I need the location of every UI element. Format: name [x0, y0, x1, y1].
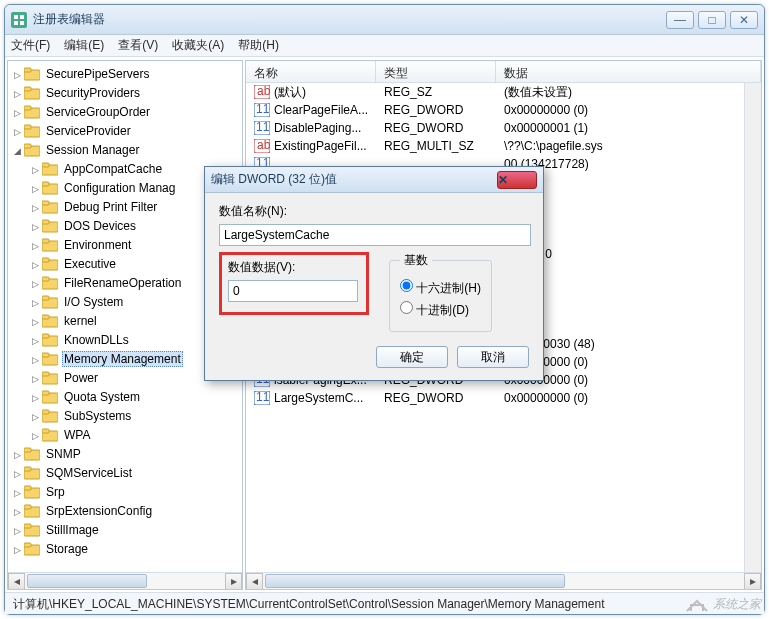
dialog-close-button[interactable]: ✕ — [497, 171, 537, 189]
tree-hscrollbar[interactable]: ◂ ▸ — [8, 572, 242, 589]
twisty-icon[interactable]: ▷ — [30, 332, 40, 350]
menu-fav[interactable]: 收藏夹(A) — [172, 37, 224, 54]
twisty-icon[interactable]: ▷ — [30, 180, 40, 198]
folder-icon — [42, 371, 58, 385]
col-data[interactable]: 数据 — [496, 61, 761, 82]
tree-item[interactable]: ▷SecurePipeServers — [12, 65, 242, 84]
tree-item[interactable]: ▷SNMP — [12, 445, 242, 464]
scroll-left-icon[interactable]: ◂ — [246, 573, 263, 590]
folder-icon — [42, 352, 58, 366]
radio-dec[interactable]: 十进制(D) — [400, 301, 481, 319]
tree-item[interactable]: ▷Quota System — [30, 388, 242, 407]
twisty-icon[interactable]: ▷ — [30, 218, 40, 236]
twisty-icon[interactable]: ▷ — [30, 256, 40, 274]
twisty-icon[interactable]: ◢ — [12, 142, 22, 160]
tree-item-label: Memory Management — [62, 351, 183, 367]
close-button[interactable]: ✕ — [730, 11, 758, 29]
twisty-icon[interactable]: ▷ — [30, 199, 40, 217]
value-type: REG_DWORD — [376, 101, 496, 119]
folder-icon — [42, 428, 58, 442]
scroll-thumb[interactable] — [27, 574, 147, 588]
col-name[interactable]: 名称 — [246, 61, 376, 82]
base-fieldset: 基数 十六进制(H) 十进制(D) — [389, 252, 492, 332]
twisty-icon[interactable]: ▷ — [30, 161, 40, 179]
folder-icon — [42, 257, 58, 271]
menu-file[interactable]: 文件(F) — [11, 37, 50, 54]
twisty-icon[interactable]: ▷ — [30, 370, 40, 388]
value-data-field[interactable] — [228, 280, 358, 302]
twisty-icon[interactable]: ▷ — [12, 522, 22, 540]
radio-hex-input[interactable] — [400, 279, 413, 292]
folder-icon — [24, 86, 40, 100]
twisty-icon[interactable]: ▷ — [30, 237, 40, 255]
titlebar[interactable]: 注册表编辑器 — □ ✕ — [5, 5, 764, 35]
value-icon — [254, 139, 270, 153]
value-data: 0x00000001 (1) — [496, 119, 761, 137]
twisty-icon[interactable]: ▷ — [12, 446, 22, 464]
tree-item-label: FileRenameOperation — [62, 276, 183, 290]
tree-item[interactable]: ▷SecurityProviders — [12, 84, 242, 103]
twisty-icon[interactable]: ▷ — [30, 351, 40, 369]
twisty-icon[interactable]: ▷ — [12, 123, 22, 141]
twisty-icon[interactable]: ▷ — [12, 66, 22, 84]
tree-item[interactable]: ▷WPA — [30, 426, 242, 445]
twisty-icon[interactable]: ▷ — [12, 465, 22, 483]
tree-item[interactable]: ▷SQMServiceList — [12, 464, 242, 483]
value-icon — [254, 103, 270, 117]
tree-item-label: SecurePipeServers — [44, 67, 151, 81]
twisty-icon[interactable]: ▷ — [30, 408, 40, 426]
col-type[interactable]: 类型 — [376, 61, 496, 82]
twisty-icon[interactable]: ▷ — [12, 104, 22, 122]
maximize-button[interactable]: □ — [698, 11, 726, 29]
list-row[interactable]: ClearPageFileA... REG_DWORD 0x00000000 (… — [246, 101, 761, 119]
twisty-icon[interactable]: ▷ — [30, 427, 40, 445]
tree-item-label: SNMP — [44, 447, 83, 461]
value-icon — [254, 85, 270, 99]
tree-item[interactable]: ▷ServiceGroupOrder — [12, 103, 242, 122]
twisty-icon[interactable]: ▷ — [12, 85, 22, 103]
scroll-left-icon[interactable]: ◂ — [8, 573, 25, 590]
twisty-icon[interactable]: ▷ — [30, 294, 40, 312]
tree-item[interactable]: ▷Srp — [12, 483, 242, 502]
scroll-right-icon[interactable]: ▸ — [744, 573, 761, 590]
menu-view[interactable]: 查看(V) — [118, 37, 158, 54]
twisty-icon[interactable]: ▷ — [12, 484, 22, 502]
menu-help[interactable]: 帮助(H) — [238, 37, 279, 54]
minimize-button[interactable]: — — [666, 11, 694, 29]
tree-item-label: Session Manager — [44, 143, 141, 157]
tree-item[interactable]: ▷Storage — [12, 540, 242, 559]
list-vscrollbar[interactable] — [744, 83, 761, 572]
tree-item[interactable]: ▷ServiceProvider — [12, 122, 242, 141]
list-row[interactable]: DisablePaging... REG_DWORD 0x00000001 (1… — [246, 119, 761, 137]
tree-item[interactable]: ▷StillImage — [12, 521, 242, 540]
menubar: 文件(F) 编辑(E) 查看(V) 收藏夹(A) 帮助(H) — [5, 35, 764, 57]
tree-item[interactable]: ▷SrpExtensionConfig — [12, 502, 242, 521]
value-name: ClearPageFileA... — [274, 101, 368, 119]
value-type: REG_DWORD — [376, 389, 496, 407]
dialog-titlebar[interactable]: 编辑 DWORD (32 位)值 ✕ — [205, 167, 543, 193]
tree-item-label: SecurityProviders — [44, 86, 142, 100]
scroll-thumb[interactable] — [265, 574, 565, 588]
menu-edit[interactable]: 编辑(E) — [64, 37, 104, 54]
twisty-icon[interactable]: ▷ — [30, 389, 40, 407]
folder-icon — [24, 542, 40, 556]
tree-item[interactable]: ▷SubSystems — [30, 407, 242, 426]
list-row[interactable]: (默认) REG_SZ (数值未设置) — [246, 83, 761, 101]
list-row[interactable]: ExistingPageFil... REG_MULTI_SZ \??\C:\p… — [246, 137, 761, 155]
folder-icon — [24, 105, 40, 119]
twisty-icon[interactable]: ▷ — [30, 275, 40, 293]
list-header[interactable]: 名称 类型 数据 — [246, 61, 761, 83]
radio-dec-input[interactable] — [400, 301, 413, 314]
cancel-button[interactable]: 取消 — [457, 346, 529, 368]
twisty-icon[interactable]: ▷ — [30, 313, 40, 331]
scroll-right-icon[interactable]: ▸ — [225, 573, 242, 590]
value-data-label: 数值数据(V): — [228, 259, 360, 276]
twisty-icon[interactable]: ▷ — [12, 503, 22, 521]
list-hscrollbar[interactable]: ◂ ▸ — [246, 572, 761, 589]
tree-item-label: DOS Devices — [62, 219, 138, 233]
radio-hex[interactable]: 十六进制(H) — [400, 279, 481, 297]
tree-item-label: Configuration Manag — [62, 181, 177, 195]
ok-button[interactable]: 确定 — [376, 346, 448, 368]
list-row[interactable]: LargeSystemC... REG_DWORD 0x00000000 (0) — [246, 389, 761, 407]
twisty-icon[interactable]: ▷ — [12, 541, 22, 559]
